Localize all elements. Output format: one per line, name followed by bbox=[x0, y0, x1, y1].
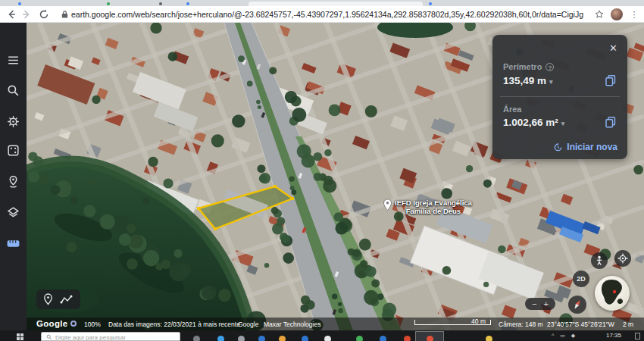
copy-perimeter-icon[interactable] bbox=[604, 74, 617, 87]
menu-icon[interactable] bbox=[6, 53, 20, 67]
browser-profile-avatar[interactable] bbox=[611, 8, 623, 20]
dice-lucky-icon[interactable] bbox=[6, 143, 20, 158]
globe-icon bbox=[595, 276, 630, 311]
area-value[interactable]: 1.002,66 m²▾ bbox=[503, 117, 564, 128]
taskbar-app-icon[interactable] bbox=[238, 336, 245, 341]
tab-favicon[interactable] bbox=[186, 2, 189, 5]
poi-label-line1: IEFD Igreja Evangélica bbox=[395, 199, 472, 207]
taskbar-search-input[interactable]: Digite aqui para pesquisar bbox=[41, 332, 180, 341]
taskbar-app-icon[interactable] bbox=[279, 336, 286, 341]
lock-icon[interactable] bbox=[61, 10, 69, 19]
camera-altitude: Câmera: 148 m bbox=[499, 321, 543, 328]
chevron-down-icon: ▾ bbox=[561, 120, 565, 127]
notification-center-icon[interactable] bbox=[635, 333, 640, 339]
tab-favicon[interactable] bbox=[429, 2, 432, 5]
pegman-icon bbox=[595, 255, 604, 266]
compass-needle-icon bbox=[571, 298, 584, 311]
globe-view-button[interactable] bbox=[595, 276, 630, 311]
zoom-out-button[interactable]: − bbox=[532, 299, 536, 309]
projects-pin-icon[interactable] bbox=[6, 174, 20, 189]
bookmark-star-icon[interactable] bbox=[594, 9, 605, 20]
coordinates-readout: 23°40'57"S 45°26'21"W bbox=[547, 321, 614, 328]
pegman-streetview-button[interactable] bbox=[591, 252, 608, 269]
taskbar-app-icon[interactable] bbox=[258, 336, 265, 341]
perimeter-value[interactable]: 135,49 m▾ bbox=[503, 75, 553, 86]
measure-mode-pill bbox=[36, 289, 80, 309]
browser-tab-strip[interactable] bbox=[0, 0, 644, 6]
browser-address-bar: earth.google.com/web/search/jose+hercula… bbox=[0, 6, 644, 23]
stream-percent: 100% bbox=[84, 321, 101, 328]
taskbar-app-icon[interactable] bbox=[193, 336, 200, 341]
area-label: Área bbox=[503, 105, 521, 114]
poi-label-church[interactable]: IEFD Igreja Evangélica Família de Deus bbox=[383, 199, 472, 215]
restart-icon bbox=[553, 142, 563, 152]
search-icon bbox=[46, 334, 52, 340]
taskbar-app-icon[interactable] bbox=[324, 336, 331, 341]
map-style-layers-icon[interactable] bbox=[6, 205, 20, 220]
panel-divider bbox=[500, 96, 620, 97]
close-icon[interactable]: ✕ bbox=[609, 42, 617, 54]
measure-tool-icon-active[interactable] bbox=[6, 236, 20, 251]
start-new-measurement-button[interactable]: Iniciar nova bbox=[553, 142, 617, 152]
clock: 17:35 bbox=[606, 332, 621, 339]
copy-area-icon[interactable] bbox=[604, 115, 617, 129]
taskbar-app-icon[interactable] bbox=[427, 336, 433, 341]
taskbar-app-icon[interactable] bbox=[217, 336, 224, 341]
taskbar-app-icon[interactable] bbox=[404, 336, 411, 341]
taskbar-app-icon[interactable] bbox=[380, 336, 386, 341]
zoom-in-button[interactable]: + bbox=[544, 299, 549, 309]
search-placeholder: Digite aqui para pesquisar bbox=[55, 334, 126, 341]
chevron-down-icon: ▾ bbox=[549, 78, 553, 86]
loading-ring-icon bbox=[70, 321, 77, 327]
help-icon[interactable]: ? bbox=[546, 63, 554, 71]
attribution-google: Google bbox=[238, 321, 258, 328]
browser-menu-icon[interactable]: ⋮ bbox=[630, 8, 639, 20]
attribution-provider: Maxar Technologies bbox=[264, 321, 320, 328]
url-field[interactable]: earth.google.com/web/search/jose+hercula… bbox=[71, 9, 583, 20]
tab-favicon[interactable] bbox=[107, 2, 110, 5]
zoom-controls: − + bbox=[525, 298, 555, 310]
scale-label: 40 m bbox=[471, 318, 486, 325]
measure-path-icon[interactable] bbox=[60, 294, 73, 305]
my-location-button[interactable] bbox=[614, 250, 631, 267]
reload-icon[interactable] bbox=[38, 8, 50, 20]
eye-altitude: 2 m bbox=[623, 321, 633, 328]
voyager-helm-icon[interactable] bbox=[6, 114, 20, 129]
earth-status-bar: Google 100% Data das imagens: 22/03/2021… bbox=[27, 318, 644, 330]
map-scale-bar: 40 m bbox=[414, 320, 491, 325]
tab-favicon[interactable] bbox=[18, 2, 21, 5]
imagery-date: Data das imagens: 22/03/2021 à mais rece… bbox=[108, 321, 240, 328]
toggle-2d-button[interactable]: 2D bbox=[573, 271, 589, 287]
earth-sidebar bbox=[0, 23, 27, 330]
windows-taskbar: Digite aqui para pesquisar ^ ▭ ◆ 17:35 bbox=[0, 330, 644, 341]
taskbar-app-icon[interactable] bbox=[356, 336, 363, 341]
poi-label-line2: Família de Deus bbox=[395, 207, 472, 215]
back-icon[interactable] bbox=[5, 8, 17, 20]
target-icon bbox=[617, 253, 628, 264]
windows-start-icon[interactable] bbox=[17, 333, 23, 340]
taskbar-app-icon[interactable] bbox=[302, 336, 308, 341]
taskbar-app-icon[interactable] bbox=[486, 336, 492, 341]
placemark-icon[interactable] bbox=[43, 293, 53, 305]
perimeter-label: Perímetro ? bbox=[503, 62, 554, 71]
system-tray-icons[interactable]: ^ ▭ ◆ bbox=[552, 333, 577, 339]
forward-icon[interactable] bbox=[20, 8, 33, 20]
search-icon[interactable] bbox=[6, 83, 20, 98]
tab-favicon[interactable] bbox=[159, 2, 162, 5]
poi-pin-icon bbox=[383, 199, 392, 211]
google-logo: Google bbox=[36, 319, 67, 328]
measurement-panel: ✕ Perímetro ? 135,49 m▾ Área 1.002,66 m²… bbox=[492, 35, 627, 159]
compass-button[interactable] bbox=[568, 296, 586, 314]
